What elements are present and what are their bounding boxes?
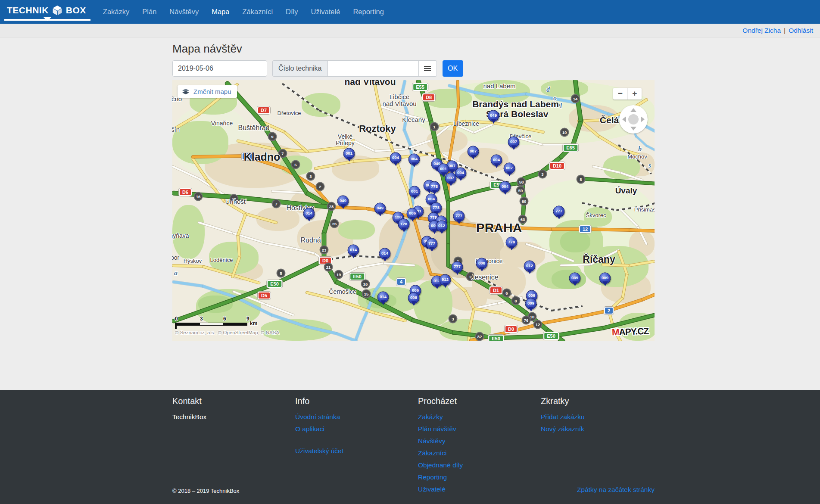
footer-link-pridatzakazku[interactable]: Přidat zakázku bbox=[541, 413, 664, 421]
map-road bbox=[265, 242, 294, 249]
visit-marker-004[interactable]: 004 bbox=[491, 154, 502, 166]
visit-marker-912[interactable]: 912 bbox=[440, 274, 451, 286]
visit-marker-009[interactable]: 009 bbox=[599, 272, 611, 284]
visit-marker-012[interactable]: 012 bbox=[436, 220, 448, 232]
visit-marker-049[interactable]: 049 bbox=[337, 195, 349, 207]
visit-marker-001[interactable]: 001 bbox=[409, 186, 421, 197]
map-railway bbox=[552, 305, 583, 311]
pan-left-icon[interactable] bbox=[622, 116, 626, 122]
footer-link-navstevy[interactable]: Návštěvy bbox=[418, 437, 541, 445]
pan-right-icon[interactable] bbox=[641, 116, 645, 122]
pan-up-icon[interactable] bbox=[630, 108, 636, 112]
ok-button[interactable]: OK bbox=[443, 60, 463, 77]
footer-link-uzivatele[interactable]: Uživatelé bbox=[418, 485, 541, 493]
visit-marker-128[interactable]: 128 bbox=[398, 218, 410, 230]
footer-link-objednanedily[interactable]: Objednané díly bbox=[418, 461, 541, 469]
visit-marker-777[interactable]: 777 bbox=[553, 205, 565, 217]
footer-link-uvodnistranka[interactable]: Úvodní stránka bbox=[295, 413, 418, 421]
change-map-button[interactable]: Změnit mapu bbox=[178, 85, 237, 98]
mapy-cz-logo[interactable]: MAPY.CZ bbox=[611, 326, 649, 338]
visit-marker-778[interactable]: 778 bbox=[506, 236, 518, 248]
technician-number-input[interactable] bbox=[327, 60, 419, 77]
visit-marker-014[interactable]: 014 bbox=[377, 291, 389, 303]
visit-marker-label: 004 bbox=[390, 152, 401, 162]
map-place-label: Škvorec bbox=[586, 212, 606, 218]
scale-tick: 9 bbox=[246, 316, 249, 322]
visit-marker-049[interactable]: 049 bbox=[488, 110, 499, 121]
footer-link-reporting[interactable]: Reporting bbox=[418, 473, 541, 481]
logout-link[interactable]: Odhlásit bbox=[789, 27, 813, 34]
nav-item-reporting[interactable]: Reporting bbox=[346, 0, 390, 24]
scale-bar bbox=[175, 323, 247, 326]
nav-item-dily[interactable]: Díly bbox=[279, 0, 304, 24]
road-badge-14: 14 bbox=[571, 94, 580, 103]
visit-marker-014[interactable]: 014 bbox=[379, 248, 391, 259]
map-canvas[interactable]: nad VltavouLibčice nad VltavouKlecanyRoz… bbox=[172, 80, 655, 341]
visit-marker-007[interactable]: 007 bbox=[504, 162, 515, 174]
map-place-label: hyňava bbox=[172, 233, 189, 239]
date-input[interactable] bbox=[172, 60, 267, 77]
visit-marker-014[interactable]: 014 bbox=[303, 208, 315, 219]
nav-item-zakaznici[interactable]: Zákazníci bbox=[236, 0, 279, 24]
road-badge-5: 5 bbox=[277, 269, 286, 278]
nav-item-plan[interactable]: Plán bbox=[136, 0, 163, 24]
visit-marker-004[interactable]: 004 bbox=[499, 181, 511, 193]
visit-marker-label: 778 bbox=[506, 237, 517, 247]
visit-marker-049[interactable]: 049 bbox=[374, 202, 386, 214]
pan-center-icon[interactable] bbox=[628, 114, 639, 124]
technician-list-button[interactable] bbox=[419, 60, 437, 77]
footer-link-zakaznici[interactable]: Zákazníci bbox=[418, 449, 541, 457]
technician-input-group: Číslo technika bbox=[272, 60, 437, 77]
footer-link-novyzakaznik[interactable]: Nový zákazník bbox=[541, 425, 664, 433]
visit-marker-008[interactable]: 008 bbox=[408, 292, 420, 304]
road-badge-e50: E50 bbox=[488, 335, 504, 341]
zoom-out-button[interactable]: − bbox=[613, 88, 628, 100]
pan-down-icon[interactable] bbox=[630, 127, 636, 131]
map-terrain-patch bbox=[302, 93, 340, 117]
road-badge-10: 10 bbox=[560, 128, 569, 137]
nav-item-uzivatele[interactable]: Uživatelé bbox=[305, 0, 347, 24]
visit-marker-006[interactable]: 006 bbox=[407, 208, 418, 219]
visit-marker-777[interactable]: 777 bbox=[426, 238, 438, 249]
nav-item-navstevy[interactable]: Návštěvy bbox=[163, 0, 205, 24]
footer-column-info: InfoÚvodní stránkaO aplikaciUživatelský … bbox=[295, 396, 418, 498]
nav-item-mapa[interactable]: Mapa bbox=[205, 0, 236, 24]
visit-marker-009[interactable]: 009 bbox=[525, 298, 537, 309]
visit-marker-007[interactable]: 007 bbox=[468, 146, 479, 157]
technikbox-logo[interactable]: TECHNIK BOX bbox=[4, 3, 90, 21]
visit-marker-777[interactable]: 777 bbox=[452, 261, 463, 273]
visit-marker-014[interactable]: 014 bbox=[348, 244, 359, 256]
road-badge-7: 7 bbox=[272, 199, 281, 208]
visit-marker-004[interactable]: 004 bbox=[455, 167, 467, 179]
visit-marker-004[interactable]: 004 bbox=[390, 152, 402, 164]
footer-link-zakazky[interactable]: Zakázky bbox=[418, 413, 541, 421]
user-name-link[interactable]: Ondřej Zicha bbox=[742, 27, 781, 34]
technician-addon-label: Číslo technika bbox=[272, 60, 327, 77]
map-road bbox=[358, 262, 385, 268]
visit-marker-001[interactable]: 001 bbox=[343, 148, 355, 159]
visit-marker-007[interactable]: 007 bbox=[445, 172, 457, 184]
road-badge-76: 76 bbox=[522, 316, 531, 325]
visit-marker-007[interactable]: 007 bbox=[508, 136, 520, 148]
zoom-in-button[interactable]: + bbox=[628, 88, 642, 100]
map-place-label: a bbox=[174, 269, 178, 277]
footer-heading-prochazet: Procházet bbox=[418, 396, 541, 406]
visit-marker-777[interactable]: 777 bbox=[453, 210, 465, 222]
footer-link-uzivatelskyucet[interactable]: Uživatelský účet bbox=[295, 447, 418, 455]
visit-marker-004[interactable]: 004 bbox=[408, 153, 420, 165]
road-badge-58: 58 bbox=[517, 177, 526, 187]
visit-marker-012[interactable]: 012 bbox=[524, 260, 536, 272]
map-road bbox=[457, 80, 460, 107]
back-to-top-link[interactable]: Zpátky na začátek stránky bbox=[577, 486, 655, 494]
visit-marker-778[interactable]: 778 bbox=[429, 181, 440, 193]
footer-link-oaplikaci[interactable]: O aplikaci bbox=[295, 425, 418, 433]
footer-link-plannavstev[interactable]: Plán návštěv bbox=[418, 425, 541, 433]
visit-marker-label: 777 bbox=[454, 211, 465, 221]
visit-marker-039[interactable]: 039 bbox=[569, 272, 581, 284]
road-badge-12: 12 bbox=[533, 320, 543, 329]
visit-marker-008[interactable]: 008 bbox=[476, 258, 488, 269]
nav-item-zakazky[interactable]: Zakázky bbox=[97, 0, 136, 24]
visit-marker-label: 012 bbox=[524, 261, 535, 271]
pan-control[interactable] bbox=[619, 105, 648, 134]
map-place-label: šín bbox=[172, 126, 180, 133]
